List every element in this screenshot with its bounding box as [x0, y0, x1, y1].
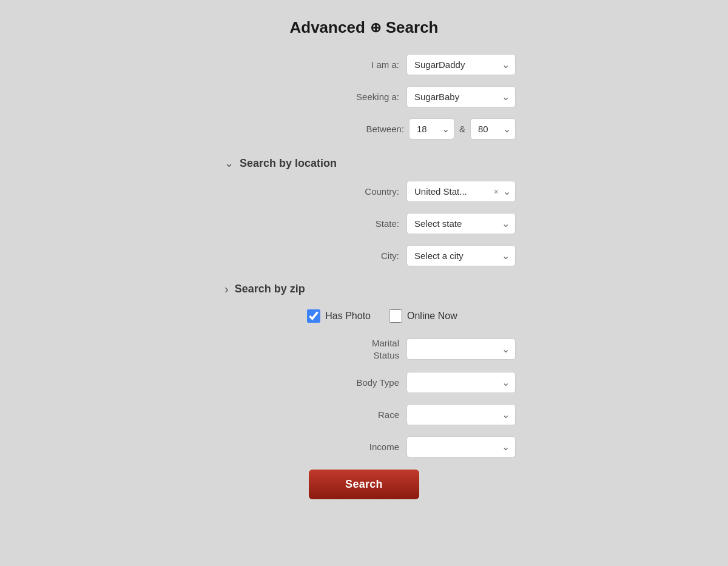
race-select[interactable]: Asian Black Hispanic White [406, 404, 516, 425]
basic-form-section: I am a: SugarDaddy SugarBaby SugarMommy … [212, 54, 516, 140]
marital-row: MaritalStatus Single Married Divorced [212, 337, 516, 361]
body-type-row: Body Type Slim Athletic Average Curvy [212, 372, 516, 393]
age-max-select[interactable]: 80 70 60 50 [470, 118, 516, 140]
zip-section-header[interactable]: › Search by zip [212, 277, 516, 301]
income-select[interactable]: $50k+ $100k+ $200k+ [406, 436, 516, 457]
location-section-label: Search by location [240, 157, 337, 170]
seeking-select[interactable]: SugarBaby SugarDaddy SugarMommy [406, 86, 516, 107]
race-label: Race [345, 409, 399, 421]
state-label: State: [345, 218, 399, 229]
online-now-label: Online Now [407, 311, 457, 322]
age-and-text: & [459, 124, 465, 134]
zip-chevron-icon: › [224, 282, 229, 296]
income-select-wrapper: $50k+ $100k+ $200k+ [406, 436, 516, 457]
body-type-label: Body Type [345, 377, 399, 389]
i-am-select-wrapper: SugarDaddy SugarBaby SugarMommy [406, 54, 516, 75]
state-select[interactable]: Select state California New York Texas [406, 213, 516, 234]
i-am-row: I am a: SugarDaddy SugarBaby SugarMommy [212, 54, 516, 75]
state-select-wrapper: Select state California New York Texas [406, 213, 516, 234]
income-row: Income $50k+ $100k+ $200k+ [212, 436, 516, 457]
age-row: Between: 18 19 20 25 30 & 80 70 60 50 [212, 118, 516, 140]
income-label: Income [345, 441, 399, 453]
location-section: Country: United Stat... Canada United Ki… [212, 181, 516, 266]
city-label: City: [345, 251, 399, 261]
page-container: Advanced ⊕ Search I am a: SugarDaddy Sug… [212, 18, 516, 499]
has-photo-item: Has Photo [307, 309, 371, 323]
page-title: Advanced ⊕ Search [290, 18, 439, 37]
city-select-wrapper: Select a city Los Angeles New York City [406, 245, 516, 266]
title-text-advanced: Advanced [290, 18, 365, 37]
state-row: State: Select state California New York … [212, 213, 516, 234]
country-select[interactable]: United Stat... Canada United Kingdom [406, 181, 516, 202]
country-label: Country: [345, 186, 399, 197]
between-label: Between: [349, 124, 404, 134]
marital-select-wrapper: Single Married Divorced [406, 339, 516, 360]
search-button[interactable]: Search [309, 470, 419, 499]
has-photo-label: Has Photo [325, 311, 371, 322]
country-select-wrapper: United Stat... Canada United Kingdom × ⌄ [406, 181, 516, 202]
city-select[interactable]: Select a city Los Angeles New York City [406, 245, 516, 266]
age-max-wrapper: 80 70 60 50 [470, 118, 516, 140]
zip-section-label: Search by zip [235, 283, 305, 295]
i-am-select[interactable]: SugarDaddy SugarBaby SugarMommy [406, 54, 516, 75]
seeking-select-wrapper: SugarBaby SugarDaddy SugarMommy [406, 86, 516, 107]
age-min-wrapper: 18 19 20 25 30 [409, 118, 454, 140]
marital-label: MaritalStatus [345, 337, 399, 361]
location-section-header[interactable]: ⌄ Search by location [212, 152, 516, 175]
i-am-label: I am a: [345, 59, 399, 70]
checkbox-row: Has Photo Online Now [271, 309, 457, 323]
country-row: Country: United Stat... Canada United Ki… [212, 181, 516, 202]
race-select-wrapper: Asian Black Hispanic White [406, 404, 516, 425]
marital-select[interactable]: Single Married Divorced [406, 339, 516, 360]
extra-fields-section: MaritalStatus Single Married Divorced Bo… [212, 337, 516, 457]
city-row: City: Select a city Los Angeles New York… [212, 245, 516, 266]
has-photo-checkbox[interactable] [307, 309, 320, 323]
title-text-search: Search [386, 18, 439, 37]
race-row: Race Asian Black Hispanic White [212, 404, 516, 425]
seeking-label: Seeking a: [345, 92, 399, 102]
body-type-select-wrapper: Slim Athletic Average Curvy [406, 372, 516, 393]
location-chevron-icon: ⌄ [224, 157, 234, 170]
country-clear-button[interactable]: × [494, 187, 499, 196]
seeking-row: Seeking a: SugarBaby SugarDaddy SugarMom… [212, 86, 516, 107]
online-now-item: Online Now [389, 309, 457, 323]
search-magnify-icon: ⊕ [370, 20, 381, 36]
online-now-checkbox[interactable] [389, 309, 402, 323]
body-type-select[interactable]: Slim Athletic Average Curvy [406, 372, 516, 393]
age-min-select[interactable]: 18 19 20 25 30 [409, 118, 454, 140]
